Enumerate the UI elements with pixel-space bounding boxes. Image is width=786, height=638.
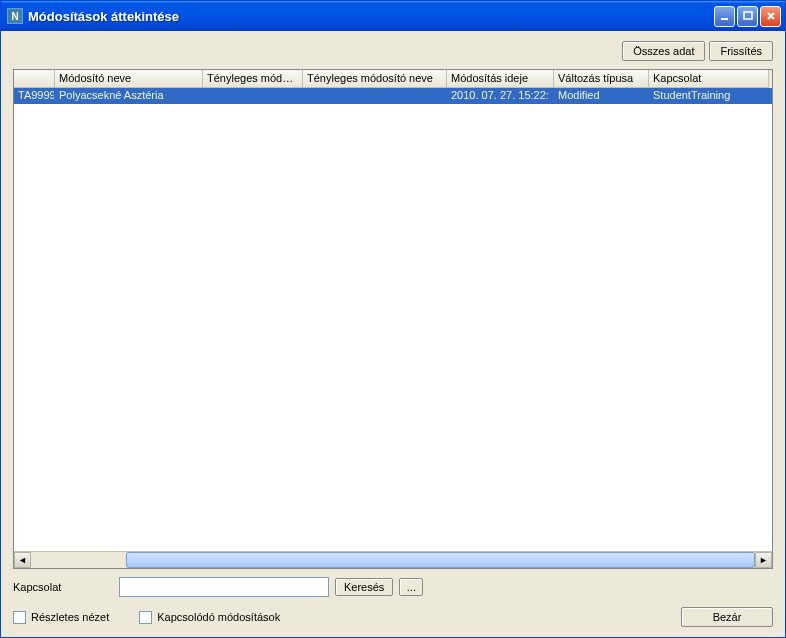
related-mods-label: Kapcsolódó módosítások [157,611,280,623]
client-area: Összes adat Frissítés Módosító neve Tény… [1,31,785,637]
table-body: TA9999 Polyacsekné Asztéria 2010. 07. 27… [14,88,772,551]
svg-rect-1 [744,12,752,19]
close-button[interactable]: Bezár [681,607,773,627]
cell-relation: StudentTraining [649,88,769,104]
detailed-view-checkbox[interactable]: Részletes nézet [13,611,109,624]
checkbox-box [13,611,26,624]
refresh-button[interactable]: Frissítés [709,41,773,61]
column-header-modifier-name[interactable]: Módosító neve [55,70,203,88]
all-data-button[interactable]: Összes adat [622,41,705,61]
more-button[interactable]: ... [399,578,423,596]
column-header-actual-mod[interactable]: Tényleges módos... [203,70,303,88]
triangle-right-icon: ► [759,555,768,565]
scroll-track[interactable] [31,552,755,568]
column-header-actual-modifier-name[interactable]: Tényleges módosító neve [303,70,447,88]
top-toolbar: Összes adat Frissítés [13,37,773,69]
cell-modifier-name: Polyacsekné Asztéria [55,88,203,104]
app-icon: N [7,8,23,24]
search-input[interactable] [119,577,329,597]
window-close-button[interactable] [760,6,781,27]
triangle-left-icon: ◄ [18,555,27,565]
svg-rect-0 [721,18,728,20]
horizontal-scrollbar[interactable]: ◄ ► [14,551,772,568]
window-title: Módosítások áttekintése [28,9,714,24]
scroll-spacer [31,552,126,568]
detailed-view-label: Részletes nézet [31,611,109,623]
scroll-thumb[interactable] [126,552,755,568]
search-label: Kapcsolat [13,581,113,593]
minimize-icon [720,11,730,21]
minimize-button[interactable] [714,6,735,27]
table-row[interactable]: TA9999 Polyacsekné Asztéria 2010. 07. 27… [14,88,772,104]
scroll-left-button[interactable]: ◄ [14,552,31,568]
related-mods-checkbox[interactable]: Kapcsolódó módosítások [139,611,280,624]
search-row: Kapcsolat Keresés ... [13,569,773,607]
maximize-icon [743,11,753,21]
titlebar[interactable]: N Módosítások áttekintése [1,1,785,31]
close-icon [766,11,776,21]
column-header-relation[interactable]: Kapcsolat [649,70,769,88]
window-frame: N Módosítások áttekintése Összes adat Fr… [0,0,786,638]
column-header-change-type[interactable]: Változás típusa [554,70,649,88]
cell-change-type: Modified [554,88,649,104]
bottom-row: Részletes nézet Kapcsolódó módosítások B… [13,607,773,627]
checkbox-box [139,611,152,624]
cell-actual-mod [203,88,303,104]
column-header-id[interactable] [14,70,55,88]
scroll-right-button[interactable]: ► [755,552,772,568]
column-header-mod-time[interactable]: Módosítás ideje [447,70,554,88]
data-grid[interactable]: Módosító neve Tényleges módos... Tényleg… [13,69,773,569]
maximize-button[interactable] [737,6,758,27]
table-header-row: Módosító neve Tényleges módos... Tényleg… [14,70,772,88]
search-button[interactable]: Keresés [335,578,393,596]
cell-id: TA9999 [14,88,55,104]
cell-mod-time: 2010. 07. 27. 15:22: [447,88,554,104]
cell-actual-modifier-name [303,88,447,104]
